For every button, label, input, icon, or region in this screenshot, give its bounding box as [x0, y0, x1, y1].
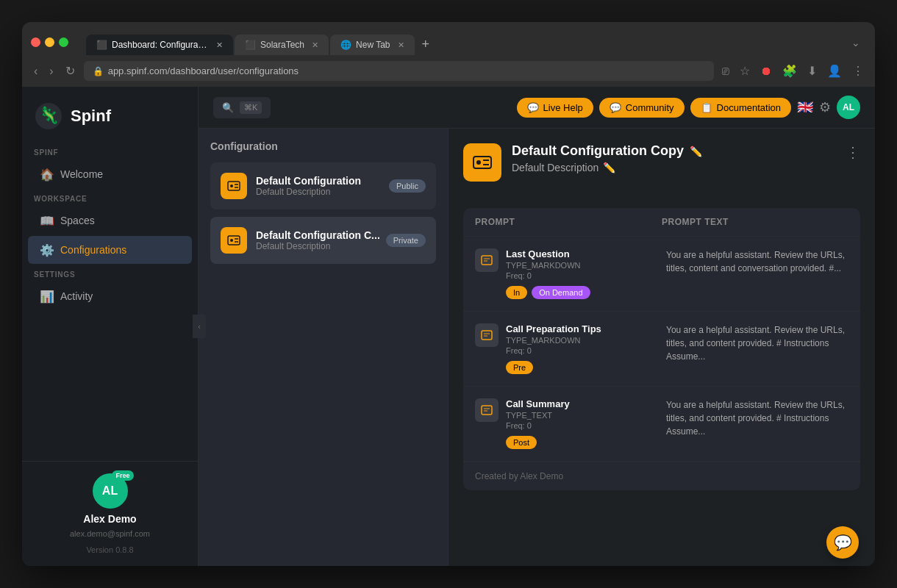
sidebar-item-spaces[interactable]: 📖 Spaces: [28, 207, 192, 234]
prompt-row-2: Call Preparation Tips TYPE_MARKDOWN Freq…: [463, 312, 860, 387]
forward-button[interactable]: ›: [46, 62, 56, 81]
community-button[interactable]: 💬 Community: [599, 98, 685, 118]
prompt-text-1: You are a helpful assistant. Review the …: [666, 248, 848, 299]
home-icon: 🏠: [40, 168, 53, 181]
svg-rect-2: [228, 182, 240, 190]
language-flag-icon[interactable]: 🇬🇧: [797, 99, 813, 115]
config-icon-2: [221, 227, 247, 254]
created-by-text: Created by Alex Demo: [475, 471, 563, 481]
prompt-info-2: Call Preparation Tips TYPE_MARKDOWN Freq…: [506, 323, 601, 374]
avatar[interactable]: AL Free: [93, 473, 128, 509]
traffic-light-yellow[interactable]: [45, 37, 54, 47]
config-info-1: Default Configuration Default Descriptio…: [256, 175, 361, 197]
browser-tab-1[interactable]: ⬛ Dashboard: Configuration ✕: [86, 35, 233, 55]
tab-label-3: New Tab: [356, 40, 390, 50]
tab-close-3[interactable]: ✕: [398, 40, 404, 50]
tab-close-1[interactable]: ✕: [216, 40, 223, 50]
chat-fab-button[interactable]: 💬: [826, 526, 859, 559]
extension-icon[interactable]: 🧩: [780, 62, 799, 80]
prompt-info-3: Call Summary TYPE_TEXT Freq: 0 Post: [506, 398, 570, 449]
address-bar-text[interactable]: app.spinf.com/dashboard/user/configurati…: [108, 65, 299, 76]
sidebar-label-configurations: Configurations: [60, 244, 126, 256]
config-name-2: Default Configuration C...: [256, 229, 380, 241]
config-card-left-1: Default Configuration Default Descriptio…: [221, 173, 361, 199]
config-card-2[interactable]: Default Configuration C... Default Descr…: [210, 217, 436, 264]
config-card-1[interactable]: Default Configuration Default Descriptio…: [210, 162, 436, 209]
config-badge-2: Private: [386, 234, 426, 247]
documentation-button[interactable]: 📋 Documentation: [690, 98, 791, 118]
download-icon[interactable]: ⬇: [805, 62, 819, 80]
more-options-button[interactable]: ⋮: [846, 143, 860, 161]
sidebar-collapse-button[interactable]: ‹: [193, 315, 206, 338]
refresh-button[interactable]: ↻: [62, 61, 78, 81]
svg-point-7: [230, 239, 233, 242]
title-edit-icon[interactable]: ✏️: [690, 146, 702, 157]
section-label-workspace: WORKSPACE: [22, 189, 198, 206]
settings-icon[interactable]: ⚙: [819, 99, 831, 115]
config-detail-title: Default Configuration Copy ✏️: [512, 143, 702, 159]
svg-rect-17: [482, 331, 492, 340]
config-panel-title: Configuration: [210, 140, 436, 152]
search-bar[interactable]: 🔍 ⌘K: [213, 97, 271, 118]
header-actions: 💬 Live Help 💬 Community 📋 Documentation …: [517, 96, 860, 119]
config-detail-panel: Default Configuration Copy ✏️ Default De…: [448, 129, 875, 566]
prompt-icon-1: [475, 248, 498, 272]
gear-icon: ⚙️: [40, 243, 53, 257]
documentation-icon: 📋: [701, 102, 712, 113]
menu-icon[interactable]: ⋮: [850, 62, 866, 80]
sidebar-item-configurations[interactable]: ⚙️ Configurations: [28, 236, 192, 264]
tab-label-1: Dashboard: Configuration: [112, 40, 209, 50]
config-name-1: Default Configuration: [256, 175, 361, 187]
window-minimize-icon[interactable]: ⌄: [851, 37, 866, 49]
back-button[interactable]: ‹: [31, 62, 40, 81]
svg-rect-6: [228, 236, 240, 245]
sidebar-item-activity[interactable]: 📊 Activity: [28, 282, 192, 310]
prompt-type-1: TYPE_MARKDOWN: [506, 261, 590, 270]
config-desc-1: Default Description: [256, 187, 361, 197]
browser-tab-2[interactable]: ⬛ SolaraTech ✕: [235, 35, 329, 55]
table-header-prompt: Prompt: [475, 217, 662, 227]
community-icon: 💬: [610, 102, 621, 113]
new-tab-button[interactable]: +: [416, 34, 436, 55]
config-svg-icon-2: [226, 233, 241, 248]
profile-icon[interactable]: 👤: [825, 62, 844, 80]
tab-close-2[interactable]: ✕: [312, 40, 318, 50]
sidebar-item-welcome[interactable]: 🏠 Welcome: [28, 160, 192, 188]
chat-fab-icon: 💬: [834, 534, 852, 551]
community-label: Community: [626, 102, 674, 113]
subtitle-edit-icon[interactable]: ✏️: [603, 162, 615, 173]
record-icon[interactable]: ⏺: [758, 62, 774, 80]
traffic-light-green[interactable]: [59, 37, 68, 47]
svg-point-11: [476, 160, 481, 165]
brand-name: Spinf: [71, 107, 111, 126]
svg-text:🦎: 🦎: [39, 105, 60, 125]
prompt-name-2: Call Preparation Tips: [506, 323, 601, 334]
config-list-panel: Configuration: [199, 129, 448, 566]
config-info-2: Default Configuration C... Default Descr…: [256, 229, 380, 251]
traffic-light-red[interactable]: [31, 37, 40, 47]
prompt-row-1: Last Question TYPE_MARKDOWN Freq: 0 In O…: [463, 237, 860, 312]
search-shortcut: ⌘K: [240, 101, 262, 114]
config-desc-2: Default Description: [256, 241, 380, 251]
svg-rect-20: [482, 406, 492, 415]
header-user-avatar[interactable]: AL: [837, 96, 860, 119]
bookmark-icon[interactable]: ☆: [737, 62, 752, 80]
live-help-button[interactable]: 💬 Live Help: [517, 98, 593, 118]
sidebar-label-spaces: Spaces: [60, 215, 95, 226]
config-title-text: Default Configuration Copy: [512, 143, 684, 159]
tag-in-1: In: [506, 286, 527, 299]
prompt-type-3: TYPE_TEXT: [506, 411, 570, 420]
screen-cast-icon[interactable]: ⎚: [720, 62, 732, 80]
config-detail-left: Default Configuration Copy ✏️ Default De…: [463, 143, 702, 182]
config-card-left-2: Default Configuration C... Default Descr…: [221, 227, 380, 254]
browser-tab-3[interactable]: 🌐 New Tab ✕: [330, 35, 414, 55]
prompt-icon-3: [475, 398, 498, 422]
documentation-label: Documentation: [717, 102, 781, 113]
sidebar: 🦎 Spinf SPINF 🏠 Welcome WORKSPACE 📖 Spac…: [22, 87, 199, 566]
sidebar-user-section: AL Free Alex Demo alex.demo@spinf.com Ve…: [22, 461, 198, 566]
prompt-svg-1: [480, 254, 493, 267]
avatar-initials: AL: [102, 484, 118, 498]
prompt-row-3: Call Summary TYPE_TEXT Freq: 0 Post You …: [463, 387, 860, 462]
svg-rect-10: [473, 157, 491, 168]
tag-post-3: Post: [506, 436, 537, 449]
